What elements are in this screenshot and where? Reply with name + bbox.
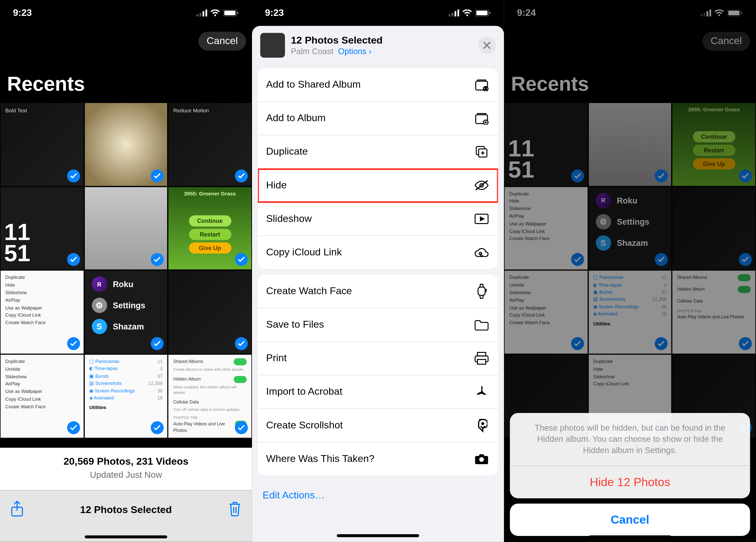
check-icon (235, 169, 248, 182)
confirm-sheet: These photos will be hidden, but can be … (510, 413, 750, 536)
wifi-icon (462, 9, 472, 16)
share-sheet: 12 Photos Selected Palm Coast Options › … (252, 26, 504, 542)
photo-thumb[interactable] (84, 186, 168, 270)
hide-icon (473, 177, 490, 194)
battery-icon (223, 9, 239, 16)
signal-icon (197, 9, 207, 16)
home-indicator (85, 535, 167, 538)
photo-thumb[interactable] (84, 102, 168, 186)
svg-rect-13 (476, 11, 487, 15)
sheet-header: 12 Photos Selected Palm Coast Options › (252, 26, 504, 65)
svg-rect-25 (478, 287, 485, 295)
hide-photos-button[interactable]: Hide 12 Photos (510, 466, 750, 498)
svg-rect-9 (452, 13, 453, 16)
svg-rect-5 (224, 11, 235, 15)
svg-rect-8 (449, 14, 450, 16)
photo-thumb[interactable]: Bold Text (0, 102, 84, 186)
photo-thumb[interactable]: DuplicateHideSlideshowAirPlayUse as Wall… (0, 270, 84, 354)
cancel-button[interactable]: Cancel (510, 504, 750, 536)
updated-label: Updated Just Now (0, 469, 252, 480)
photo-thumb[interactable]: DuplicateUnhideSlideshowAirPlayUse as Wa… (0, 354, 84, 438)
watch-icon (473, 283, 490, 299)
sheet-title: 12 Photos Selected (291, 35, 383, 47)
action-watch[interactable]: Create Watch Face (258, 275, 498, 308)
share-button[interactable] (11, 500, 23, 519)
svg-point-30 (479, 457, 484, 462)
check-icon (67, 421, 80, 434)
check-icon (67, 337, 80, 350)
status-icons (449, 9, 491, 16)
action-shared-album[interactable]: Add to Shared Album (258, 68, 498, 102)
photo-thumb[interactable] (168, 270, 252, 354)
home-indicator (589, 535, 671, 538)
photo-thumb[interactable]: RRoku ⚙Settings SShazam (84, 270, 168, 354)
action-group-1: Add to Shared AlbumAdd to AlbumDuplicate… (258, 68, 498, 269)
check-icon (235, 421, 248, 434)
action-scrollshot[interactable]: Create Scrollshot (258, 409, 498, 442)
photo-thumb[interactable]: ▢ Panoramas11 ◐ Time-lapse2 ▣ Bursts37 ▤… (84, 354, 168, 438)
action-label: Create Scrollshot (266, 420, 343, 431)
trash-button[interactable] (228, 501, 241, 519)
scrollshot-icon (473, 417, 490, 433)
bottom-toolbar: 12 Photos Selected (0, 490, 252, 542)
album-title: Recents (7, 72, 85, 95)
options-link[interactable]: Options › (338, 47, 371, 56)
album-header: Cancel Recents (0, 26, 252, 103)
action-play[interactable]: Slideshow (258, 203, 498, 236)
svg-rect-3 (205, 9, 207, 16)
photo-thumb[interactable]: Reduce Motion (168, 102, 252, 186)
print-icon (473, 350, 490, 366)
photo-thumb[interactable]: Shared Albums Create albums to share wit… (168, 354, 252, 438)
action-camera[interactable]: Where Was This Taken? (258, 442, 498, 475)
status-time: 9:23 (265, 8, 284, 18)
status-bar: 9:23 (252, 0, 504, 26)
photo-thumb[interactable]: 3955: Greener Grass Continue Restart Giv… (168, 186, 252, 270)
action-album[interactable]: Add to Album (258, 102, 498, 135)
check-icon (67, 169, 80, 182)
confirm-message: These photos will be hidden, but can be … (510, 413, 750, 466)
cancel-button[interactable]: Cancel (198, 32, 246, 51)
action-label: Add to Album (266, 112, 326, 124)
check-icon (235, 253, 248, 266)
action-label: Hide (266, 179, 287, 191)
play-icon (473, 211, 490, 227)
close-button[interactable] (478, 37, 496, 54)
photo-count: 20,569 Photos, 231 Videos (0, 456, 252, 468)
action-print[interactable]: Print (258, 342, 498, 375)
svg-rect-28 (478, 359, 486, 364)
close-icon (483, 41, 491, 50)
check-icon (151, 421, 164, 434)
status-time: 9:23 (13, 8, 32, 18)
action-label: Print (266, 352, 287, 364)
action-duplicate[interactable]: Duplicate (258, 135, 498, 169)
cloud-icon (473, 244, 490, 261)
check-icon (235, 337, 248, 350)
library-summary: 20,569 Photos, 231 Videos Updated Just N… (0, 448, 252, 490)
photo-thumb[interactable]: 1151 (0, 186, 84, 270)
action-folder[interactable]: Save to Files (258, 308, 498, 342)
album-icon (473, 110, 490, 127)
camera-icon (473, 451, 490, 467)
action-hide[interactable]: Hide (258, 169, 498, 202)
edit-actions-link[interactable]: Edit Actions… (252, 481, 504, 509)
svg-rect-2 (203, 11, 204, 16)
svg-rect-14 (489, 12, 490, 14)
action-cloud[interactable]: Copy iCloud Link (258, 236, 498, 269)
check-icon (67, 253, 80, 266)
svg-rect-0 (197, 14, 198, 16)
photo-grid: Bold Text Reduce Motion 1151 3955: Green… (0, 102, 252, 438)
wifi-icon (210, 9, 220, 16)
home-indicator (337, 534, 419, 537)
duplicate-icon (473, 144, 490, 160)
acrobat-icon (473, 383, 490, 400)
battery-icon (475, 9, 491, 16)
action-acrobat[interactable]: Import to Acrobat (258, 375, 498, 409)
signal-icon (449, 9, 459, 16)
share-icon (11, 500, 23, 517)
shared-album-icon (473, 77, 490, 93)
svg-point-29 (481, 422, 484, 425)
svg-rect-6 (237, 12, 238, 14)
action-label: Duplicate (266, 146, 308, 158)
action-label: Import to Acrobat (266, 386, 342, 398)
svg-rect-26 (478, 352, 486, 356)
